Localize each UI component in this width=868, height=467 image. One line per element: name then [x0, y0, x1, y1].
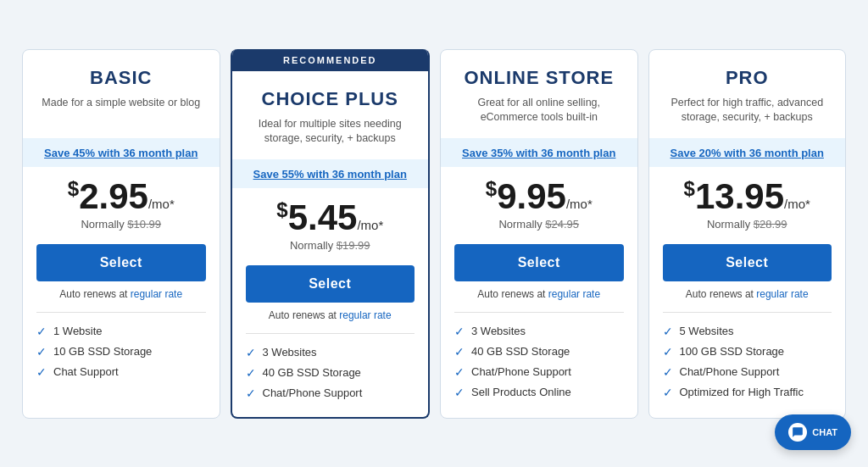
- price-section-basic: $2.95/mo* Normally $10.99: [23, 167, 220, 234]
- plan-desc-pro: Perfect for high traffic, advanced stora…: [663, 96, 832, 126]
- check-icon-basic-2: ✓: [36, 365, 47, 379]
- plan-name-basic: BASIC: [36, 67, 206, 89]
- save-link-online-store[interactable]: Save 35% with 36 month plan: [462, 147, 615, 159]
- feature-text-online-store-3: Sell Products Online: [471, 386, 571, 398]
- currency-online-store: $: [486, 177, 497, 200]
- feature-item-online-store-3: ✓ Sell Products Online: [454, 382, 624, 403]
- feature-item-choice-plus-2: ✓ Chat/Phone Support: [246, 383, 415, 403]
- price-main-basic: $2.95/mo*: [36, 179, 206, 214]
- currency-pro: $: [684, 177, 695, 200]
- select-button-pro[interactable]: Select: [663, 244, 832, 281]
- strikethrough-price-pro: $28.99: [754, 218, 787, 231]
- divider-online-store: [454, 312, 624, 313]
- feature-item-basic-0: ✓ 1 Website: [36, 321, 206, 342]
- feature-text-pro-1: 100 GB SSD Storage: [680, 345, 785, 358]
- plan-header-basic: BASIC Made for a simple website or blog: [23, 50, 220, 126]
- regular-rate-link-basic[interactable]: regular rate: [131, 288, 182, 300]
- per-mo-pro: /mo*: [784, 197, 810, 211]
- feature-item-pro-1: ✓ 100 GB SSD Storage: [663, 342, 832, 362]
- select-button-choice-plus[interactable]: Select: [246, 265, 415, 303]
- plan-header-online-store: ONLINE STORE Great for all online sellin…: [441, 50, 637, 126]
- divider-choice-plus: [246, 333, 415, 334]
- plan-name-pro: PRO: [663, 67, 832, 89]
- strikethrough-price-online-store: $24.95: [545, 218, 579, 231]
- check-icon-pro-2: ✓: [663, 365, 673, 379]
- check-icon-choice-plus-0: ✓: [246, 346, 256, 359]
- check-icon-choice-plus-2: ✓: [246, 386, 256, 400]
- select-button-basic[interactable]: Select: [36, 244, 206, 281]
- features-list-choice-plus: ✓ 3 Websites ✓ 40 GB SSD Storage ✓ Chat/…: [232, 342, 429, 403]
- check-icon-pro-1: ✓: [663, 345, 673, 359]
- price-section-pro: $13.95/mo* Normally $28.99: [649, 167, 846, 234]
- feature-item-pro-3: ✓ Optimized for High Traffic: [663, 382, 832, 403]
- plan-card-basic: BASIC Made for a simple website or blog …: [22, 49, 220, 419]
- plan-card-pro: PRO Perfect for high traffic, advanced s…: [648, 49, 847, 419]
- regular-rate-link-choice-plus[interactable]: regular rate: [339, 309, 391, 321]
- feature-text-basic-2: Chat Support: [53, 365, 119, 378]
- plan-desc-choice-plus: Ideal for multiple sites needing storage…: [246, 117, 415, 147]
- regular-rate-link-online-store[interactable]: regular rate: [548, 288, 600, 300]
- price-main-pro: $13.95/mo*: [663, 179, 832, 214]
- per-mo-online-store: /mo*: [566, 197, 593, 211]
- plan-desc-online-store: Great for all online selling, eCommerce …: [454, 96, 624, 126]
- feature-item-basic-2: ✓ Chat Support: [36, 362, 206, 382]
- chat-widget[interactable]: CHAT: [775, 414, 851, 450]
- check-icon-basic-1: ✓: [36, 345, 47, 359]
- auto-renew-pro: Auto renews at regular rate: [672, 288, 822, 300]
- currency-basic: $: [68, 177, 79, 200]
- recommended-badge: RECOMMENDED: [232, 49, 429, 71]
- strikethrough-price-choice-plus: $19.99: [337, 239, 370, 252]
- per-mo-choice-plus: /mo*: [357, 218, 383, 232]
- save-banner-choice-plus: Save 55% with 36 month plan: [232, 159, 429, 188]
- plan-header-pro: PRO Perfect for high traffic, advanced s…: [649, 50, 846, 126]
- feature-text-pro-3: Optimized for High Traffic: [680, 386, 804, 398]
- feature-item-pro-0: ✓ 5 Websites: [663, 321, 832, 342]
- save-link-pro[interactable]: Save 20% with 36 month plan: [670, 147, 824, 159]
- feature-item-basic-1: ✓ 10 GB SSD Storage: [36, 342, 206, 362]
- auto-renew-basic: Auto renews at regular rate: [46, 288, 196, 300]
- save-link-basic[interactable]: Save 45% with 36 month plan: [44, 147, 198, 159]
- save-link-choice-plus[interactable]: Save 55% with 36 month plan: [253, 168, 407, 181]
- check-icon-online-store-0: ✓: [454, 325, 465, 338]
- check-icon-pro-0: ✓: [663, 325, 673, 338]
- check-icon-choice-plus-1: ✓: [246, 366, 256, 380]
- chat-label: CHAT: [812, 427, 837, 437]
- features-list-online-store: ✓ 3 Websites ✓ 40 GB SSD Storage ✓ Chat/…: [441, 321, 637, 403]
- per-mo-basic: /mo*: [148, 197, 175, 211]
- price-normal-choice-plus: Normally $19.99: [246, 239, 415, 252]
- feature-item-pro-2: ✓ Chat/Phone Support: [663, 362, 832, 382]
- feature-text-online-store-0: 3 Websites: [471, 325, 526, 337]
- save-banner-online-store: Save 35% with 36 month plan: [441, 138, 637, 167]
- feature-text-choice-plus-2: Chat/Phone Support: [263, 386, 363, 399]
- divider-pro: [663, 312, 832, 313]
- divider-basic: [36, 312, 206, 313]
- regular-rate-link-pro[interactable]: regular rate: [756, 288, 808, 300]
- pricing-container: BASIC Made for a simple website or blog …: [17, 49, 851, 419]
- feature-text-pro-0: 5 Websites: [680, 325, 734, 337]
- feature-text-online-store-1: 40 GB SSD Storage: [471, 345, 570, 358]
- feature-text-basic-1: 10 GB SSD Storage: [53, 345, 152, 358]
- feature-text-basic-0: 1 Website: [53, 325, 103, 337]
- price-main-online-store: $9.95/mo*: [454, 179, 624, 214]
- plan-header-choice-plus: CHOICE PLUS Ideal for multiple sites nee…: [232, 71, 429, 147]
- feature-text-choice-plus-0: 3 Websites: [263, 346, 317, 359]
- feature-item-choice-plus-0: ✓ 3 Websites: [246, 342, 415, 363]
- features-list-pro: ✓ 5 Websites ✓ 100 GB SSD Storage ✓ Chat…: [649, 321, 846, 403]
- feature-item-online-store-1: ✓ 40 GB SSD Storage: [454, 342, 624, 362]
- check-icon-pro-3: ✓: [663, 386, 673, 399]
- currency-choice-plus: $: [276, 198, 287, 221]
- auto-renew-choice-plus: Auto renews at regular rate: [255, 309, 405, 321]
- price-normal-pro: Normally $28.99: [663, 218, 832, 231]
- auto-renew-online-store: Auto renews at regular rate: [464, 288, 614, 300]
- strikethrough-price-basic: $10.99: [127, 218, 161, 231]
- feature-text-choice-plus-1: 40 GB SSD Storage: [263, 366, 361, 379]
- feature-text-pro-2: Chat/Phone Support: [680, 365, 780, 378]
- feature-text-online-store-2: Chat/Phone Support: [471, 365, 571, 378]
- check-icon-online-store-3: ✓: [454, 386, 465, 399]
- save-banner-pro: Save 20% with 36 month plan: [649, 138, 846, 167]
- select-button-online-store[interactable]: Select: [454, 244, 624, 281]
- check-icon-basic-0: ✓: [36, 325, 47, 338]
- plan-card-choice-plus: RECOMMENDED CHOICE PLUS Ideal for multip…: [231, 49, 431, 419]
- feature-item-online-store-2: ✓ Chat/Phone Support: [454, 362, 624, 382]
- price-section-choice-plus: $5.45/mo* Normally $19.99: [232, 188, 429, 255]
